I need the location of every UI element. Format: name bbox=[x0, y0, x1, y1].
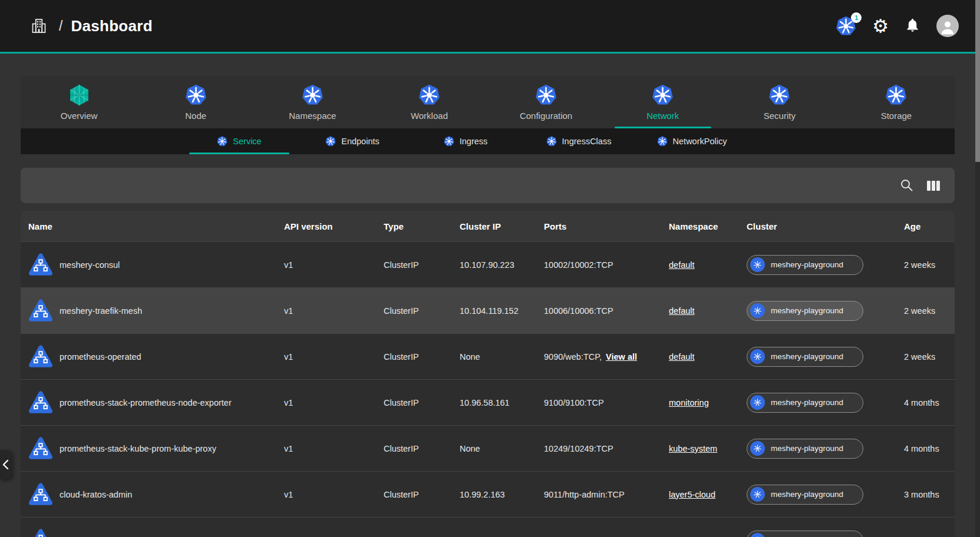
kubernetes-icon bbox=[185, 84, 207, 106]
table-row[interactable]: prometheus-stack-kube-prom-kube-proxy v1… bbox=[21, 425, 955, 471]
tab-storage[interactable]: Storage bbox=[838, 77, 955, 128]
type-value: ClusterIP bbox=[384, 490, 460, 499]
tab-overview[interactable]: Overview bbox=[21, 77, 137, 128]
kubernetes-icon bbox=[750, 349, 765, 364]
notifications-bell-icon[interactable] bbox=[905, 17, 920, 35]
cluster-chip[interactable]: meshery-playground bbox=[747, 347, 863, 367]
cluster-ip-value: None bbox=[460, 352, 544, 362]
age-value: 4 months bbox=[904, 444, 955, 453]
cluster-chip[interactable]: meshery-playground bbox=[747, 531, 863, 537]
subtab-networkpolicy[interactable]: NetworkPolicy bbox=[635, 128, 748, 154]
services-table: Name API version Type Cluster IP Ports N… bbox=[21, 211, 955, 537]
cluster-chip[interactable]: meshery-playground bbox=[747, 485, 863, 505]
cluster-ip-value: 10.96.58.161 bbox=[460, 398, 544, 407]
kubernetes-icon bbox=[325, 136, 336, 147]
api-version-value: v1 bbox=[284, 444, 384, 453]
view-all-link[interactable]: View all bbox=[606, 352, 637, 362]
namespace-link[interactable]: monitoring bbox=[669, 398, 709, 407]
subtab-label: Endpoints bbox=[341, 137, 380, 146]
settings-gear-icon[interactable]: ⚙ bbox=[872, 17, 889, 35]
organization-building-icon[interactable] bbox=[31, 16, 47, 35]
age-value: 2 weeks bbox=[904, 260, 955, 270]
type-value: ClusterIP bbox=[384, 444, 460, 453]
column-header-api-version[interactable]: API version bbox=[284, 221, 384, 231]
page-scrollbar bbox=[975, 0, 980, 537]
namespace-link[interactable]: layer5-cloud bbox=[669, 490, 715, 499]
kubernetes-icon bbox=[750, 395, 765, 410]
subtab-ingressclass[interactable]: IngressClass bbox=[522, 128, 635, 154]
table-row[interactable]: prometheus-operated v1 ClusterIP None 90… bbox=[21, 333, 955, 379]
namespace-link[interactable]: default bbox=[669, 260, 695, 270]
scrollbar-thumb[interactable] bbox=[975, 0, 980, 162]
service-icon bbox=[28, 253, 53, 277]
network-subtabs: Service Endpoints Ingress IngressClass N… bbox=[21, 128, 955, 154]
tab-network[interactable]: Network bbox=[605, 77, 721, 128]
cluster-chip[interactable]: meshery-playground bbox=[747, 393, 863, 413]
table-row[interactable]: cloud-kratos-admin v1 ClusterIP 10.99.2.… bbox=[21, 471, 955, 517]
column-header-cluster-ip[interactable]: Cluster IP bbox=[460, 221, 544, 231]
kubernetes-icon bbox=[657, 136, 668, 147]
tab-workload[interactable]: Workload bbox=[371, 77, 487, 128]
kubernetes-icon bbox=[768, 84, 790, 106]
view-columns-icon[interactable] bbox=[926, 178, 941, 193]
cluster-name: meshery-playground bbox=[771, 306, 843, 315]
column-header-namespace[interactable]: Namespace bbox=[669, 221, 747, 231]
tab-namespace[interactable]: Namespace bbox=[254, 77, 371, 128]
age-value: 3 months bbox=[904, 490, 955, 499]
api-version-value: v1 bbox=[284, 306, 384, 316]
cluster-chip[interactable]: meshery-playground bbox=[747, 255, 863, 275]
resource-tabs: Overview Node Namespace Workload Configu… bbox=[21, 77, 955, 128]
main-content: Overview Node Namespace Workload Configu… bbox=[21, 77, 955, 537]
api-version-value: v1 bbox=[284, 260, 384, 270]
table-row[interactable]: meshery-consul v1 ClusterIP 10.107.90.22… bbox=[21, 241, 955, 287]
ports-value: 10249/10249:TCP bbox=[544, 444, 613, 453]
age-value: 4 months bbox=[904, 398, 955, 407]
page-title: Dashboard bbox=[71, 17, 153, 35]
cluster-ip-value: 10.107.90.223 bbox=[460, 260, 544, 270]
cluster-name: meshery-playground bbox=[771, 352, 843, 361]
column-header-type[interactable]: Type bbox=[384, 221, 460, 231]
ports-value: 10006/10006:TCP bbox=[544, 306, 613, 316]
service-icon bbox=[28, 528, 53, 537]
service-icon bbox=[28, 344, 53, 369]
kubernetes-icon bbox=[217, 136, 227, 147]
kubernetes-icon bbox=[535, 84, 557, 106]
column-header-ports[interactable]: Ports bbox=[544, 221, 669, 231]
column-header-name[interactable]: Name bbox=[28, 221, 284, 231]
namespace-link[interactable]: default bbox=[669, 352, 695, 362]
api-version-value: v1 bbox=[284, 490, 384, 499]
service-name: prometheus-stack-prometheus-node-exporte… bbox=[60, 398, 232, 407]
namespace-link[interactable]: default bbox=[669, 306, 695, 316]
meshery-logo-icon bbox=[68, 84, 90, 106]
subtab-ingress[interactable]: Ingress bbox=[409, 128, 522, 154]
tab-security[interactable]: Security bbox=[721, 77, 838, 128]
api-version-value: v1 bbox=[284, 352, 384, 362]
type-value: ClusterIP bbox=[384, 398, 460, 407]
table-row[interactable]: meshery-traefik-mesh v1 ClusterIP 10.104… bbox=[21, 287, 955, 333]
tab-label: Workload bbox=[411, 111, 448, 121]
subtab-endpoints[interactable]: Endpoints bbox=[296, 128, 409, 154]
subtab-service[interactable]: Service bbox=[183, 128, 296, 154]
table-row[interactable]: meshery meshery-playground bbox=[21, 517, 955, 537]
kubernetes-context-button[interactable]: 1 bbox=[836, 16, 856, 37]
tab-configuration[interactable]: Configuration bbox=[488, 77, 605, 128]
tab-node[interactable]: Node bbox=[137, 77, 254, 128]
table-row[interactable]: prometheus-stack-prometheus-node-exporte… bbox=[21, 379, 955, 425]
kubernetes-icon bbox=[418, 84, 440, 106]
column-header-age[interactable]: Age bbox=[904, 221, 955, 231]
drawer-collapse-toggle[interactable] bbox=[0, 450, 12, 479]
user-avatar[interactable] bbox=[936, 15, 959, 37]
search-icon[interactable] bbox=[899, 178, 915, 193]
kubernetes-icon bbox=[750, 487, 765, 502]
service-icon bbox=[28, 482, 53, 507]
ports-value: 9090/web:TCP, bbox=[544, 352, 602, 362]
type-value: ClusterIP bbox=[384, 260, 460, 270]
cluster-chip[interactable]: meshery-playground bbox=[747, 301, 863, 321]
column-header-cluster[interactable]: Cluster bbox=[747, 221, 904, 231]
namespace-link[interactable]: kube-system bbox=[669, 444, 717, 453]
cluster-chip[interactable]: meshery-playground bbox=[747, 439, 863, 459]
kubernetes-icon bbox=[652, 84, 674, 106]
subtab-label: IngressClass bbox=[562, 137, 612, 146]
tab-label: Namespace bbox=[289, 111, 336, 121]
cluster-ip-value: None bbox=[460, 444, 544, 453]
